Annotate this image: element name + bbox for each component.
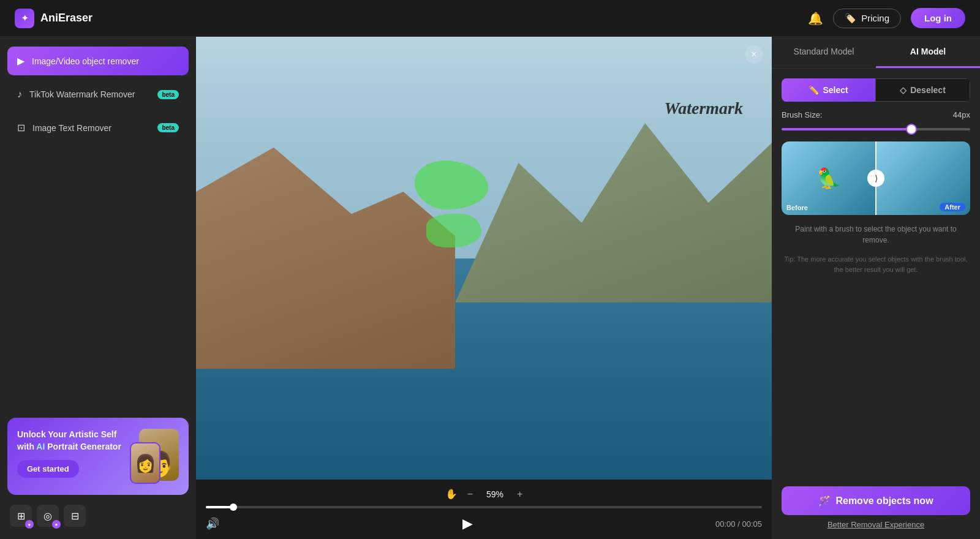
preview-slider-handle[interactable]: ⟩ xyxy=(867,170,884,187)
hint-text: Paint with a brush to select the object … xyxy=(782,224,970,246)
sidebar-item-label: Image/Video object remover xyxy=(32,56,139,66)
video-controls: ✋ − 59% + 🔊 ▶ 00:00 / 00:05 xyxy=(196,480,772,539)
login-button[interactable]: Log in xyxy=(911,8,965,28)
right-panel: Standard Model AI Model ✏️ Select ◇ Dese… xyxy=(772,37,980,539)
after-label: After xyxy=(940,203,965,211)
brush-size-slider[interactable] xyxy=(782,128,970,130)
app-name: AniEraser xyxy=(40,12,92,24)
tiktok-icon: ♪ xyxy=(17,89,22,100)
video-background: Watermark xyxy=(196,37,772,480)
hand-tool-icon[interactable]: ✋ xyxy=(445,488,458,500)
hint-tip: Tip: The more accurate you select object… xyxy=(782,254,970,274)
brush-slider-wrap xyxy=(782,122,970,133)
app-logo-icon: ✦ xyxy=(15,9,34,28)
sidebar-bottom-icons: ⊞ ● ◎ ● ⊟ xyxy=(7,500,189,529)
ios-badge: ● xyxy=(52,520,61,529)
brush-size-label: Brush Size: xyxy=(782,110,822,119)
select-button[interactable]: ✏️ Select xyxy=(782,78,875,102)
tab-ai-model[interactable]: AI Model xyxy=(876,37,980,68)
video-remover-icon: ▶ xyxy=(17,55,24,67)
select-deselect-row: ✏️ Select ◇ Deselect xyxy=(782,78,970,102)
zoom-in-icon[interactable]: + xyxy=(517,489,522,500)
brush-icon: ✏️ xyxy=(809,85,819,95)
pricing-label: Pricing xyxy=(861,13,889,23)
tab-standard-model[interactable]: Standard Model xyxy=(772,37,876,68)
mobile-app-icon[interactable]: ⊟ xyxy=(64,505,86,527)
sidebar-item-video-remover[interactable]: ▶ Image/Video object remover xyxy=(7,47,189,75)
playback-row: 🔊 ▶ 00:00 / 00:05 xyxy=(206,513,762,537)
standard-model-label: Standard Model xyxy=(794,47,854,56)
zoom-percent: 59% xyxy=(483,489,507,499)
zoom-out-icon[interactable]: − xyxy=(467,489,473,500)
nav-right: 🔔 🏷️ Pricing Log in xyxy=(808,8,965,28)
promo-title: Unlock Your Artistic Self with AI Portra… xyxy=(17,429,123,453)
watermark-text: Watermark xyxy=(664,99,743,118)
panel-content: ✏️ Select ◇ Deselect Brush Size: 44px xyxy=(772,69,980,479)
eraser-icon: ◇ xyxy=(900,85,907,95)
logo-area: ✦ AniEraser xyxy=(15,9,92,28)
volume-button[interactable]: 🔊 xyxy=(206,517,219,530)
content-area: × Watermark ✋ − 59% + xyxy=(196,37,772,539)
sidebar-item-tiktok-remover[interactable]: ♪ TikTok Watermark Remover beta xyxy=(7,80,189,108)
notification-icon[interactable]: 🔔 xyxy=(808,11,823,26)
windows-badge: ● xyxy=(25,520,34,529)
brush-size-section: Brush Size: 44px xyxy=(782,110,970,133)
beta-badge: beta xyxy=(157,90,179,99)
select-label: Select xyxy=(823,85,848,95)
brush-stroke-2 xyxy=(426,214,481,247)
promo-title-part2: Portrait Generator xyxy=(45,442,121,451)
promo-card: Unlock Your Artistic Self with AI Portra… xyxy=(7,418,189,495)
close-button[interactable]: × xyxy=(745,45,763,64)
brush-size-value: 44px xyxy=(953,110,970,119)
before-after-preview: 🦜 ⟩ Before After xyxy=(782,141,970,215)
better-removal-link[interactable]: Better Removal Experience xyxy=(782,520,970,529)
zoom-row: ✋ − 59% + xyxy=(206,484,762,503)
promo-text-area: Unlock Your Artistic Self with AI Portra… xyxy=(17,429,123,478)
before-label: Before xyxy=(786,204,808,211)
logo-char: ✦ xyxy=(21,12,29,24)
deselect-label: Deselect xyxy=(910,85,946,95)
model-tabs: Standard Model AI Model xyxy=(772,37,980,69)
windows-app-icon[interactable]: ⊞ ● xyxy=(10,505,32,527)
promo-cta-button[interactable]: Get started xyxy=(17,460,79,478)
deselect-button[interactable]: ◇ Deselect xyxy=(875,78,970,102)
sidebar-item-text-remover[interactable]: ⊡ Image Text Remover beta xyxy=(7,113,189,142)
progress-dot xyxy=(230,503,237,511)
promo-image-secondary: 👩 xyxy=(130,442,160,484)
promo-images: 👨 👩 xyxy=(130,429,179,484)
remove-label: Remove objects now xyxy=(835,496,933,507)
ai-model-label: AI Model xyxy=(910,47,946,56)
time-total: 00:05 xyxy=(742,519,762,529)
panel-bottom: 🪄 Remove objects now Better Removal Expe… xyxy=(772,479,980,539)
beta-badge-text: beta xyxy=(157,123,179,132)
main-layout: ▶ Image/Video object remover ♪ TikTok Wa… xyxy=(0,37,980,539)
text-remover-icon: ⊡ xyxy=(17,122,25,134)
progress-bar[interactable] xyxy=(206,506,762,508)
preview-bird-icon: 🦜 xyxy=(816,167,841,190)
ios-app-icon[interactable]: ◎ ● xyxy=(37,505,59,527)
video-wrapper[interactable]: Watermark xyxy=(196,37,772,480)
brush-size-row: Brush Size: 44px xyxy=(782,110,970,119)
scene: Watermark xyxy=(196,37,772,480)
play-button[interactable]: ▶ xyxy=(462,516,473,532)
pricing-button[interactable]: 🏷️ Pricing xyxy=(833,9,901,28)
remove-icon: 🪄 xyxy=(818,495,831,507)
pricing-icon: 🏷️ xyxy=(845,13,856,24)
sidebar: ▶ Image/Video object remover ♪ TikTok Wa… xyxy=(0,37,196,539)
promo-highlight: AI xyxy=(34,442,45,451)
remove-objects-button[interactable]: 🪄 Remove objects now xyxy=(782,486,970,515)
top-navigation: ✦ AniEraser 🔔 🏷️ Pricing Log in xyxy=(0,0,980,37)
sidebar-item-label: TikTok Watermark Remover xyxy=(29,89,135,99)
time-current: 00:00 xyxy=(715,519,736,529)
sidebar-item-label: Image Text Remover xyxy=(32,123,111,133)
time-display: 00:00 / 00:05 xyxy=(715,519,762,529)
